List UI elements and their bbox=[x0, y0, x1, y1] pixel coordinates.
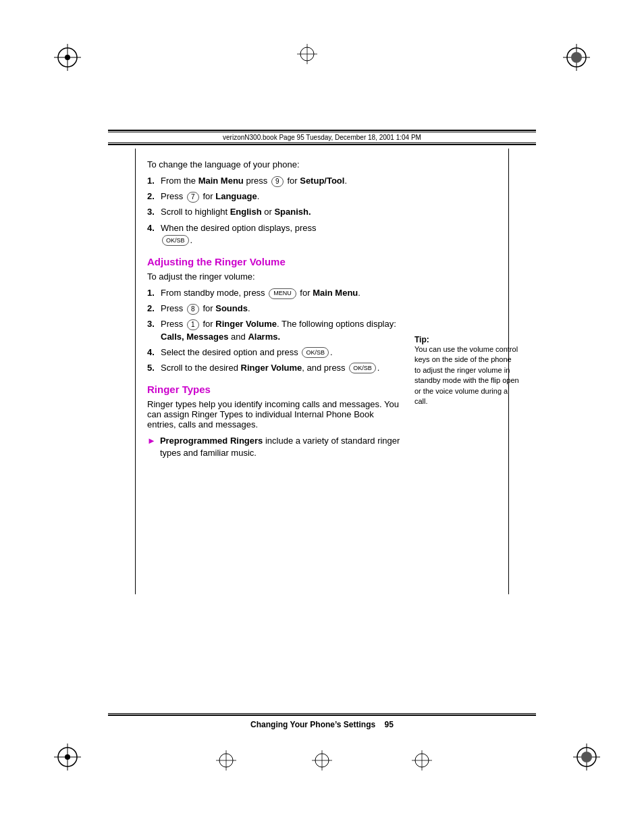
col-right: Tip: You can use the volume control keys… bbox=[414, 159, 519, 463]
ringer-types-list: ► Preprogrammed Ringers include a variet… bbox=[147, 435, 401, 459]
step-content: Press 7 for Language. bbox=[161, 190, 401, 203]
button-8: 8 bbox=[187, 304, 199, 315]
ringer-steps-list: 1. From standby mode, press MENU for Mai… bbox=[147, 287, 401, 374]
tip-box: Tip: You can use the volume control keys… bbox=[414, 335, 519, 407]
main-content: To change the language of your phone: 1.… bbox=[147, 159, 519, 463]
list-item: 4. Select the desired option and press O… bbox=[147, 346, 401, 359]
button-7: 7 bbox=[187, 192, 199, 203]
footer-text: Changing Your Phone’s Settings 95 bbox=[108, 716, 536, 729]
svg-point-3 bbox=[65, 55, 70, 60]
footer-label: Changing Your Phone’s Settings bbox=[250, 720, 375, 729]
step-content: Select the desired option and press OK/S… bbox=[161, 346, 401, 359]
footer: Changing Your Phone’s Settings 95 bbox=[108, 713, 536, 729]
step-num: 2. bbox=[147, 190, 161, 203]
list-item: 1. From the Main Menu press 9 for Setup/… bbox=[147, 175, 401, 187]
step-content: Scroll to the desired Ringer Volume, and… bbox=[161, 362, 401, 374]
svg-point-27 bbox=[581, 752, 592, 762]
vline-left bbox=[135, 149, 136, 594]
reg-mark-bottom-center-left bbox=[216, 750, 236, 773]
list-item: 3. Press 1 for Ringer Volume. The follow… bbox=[147, 318, 401, 342]
list-item: ► Preprogrammed Ringers include a variet… bbox=[147, 435, 401, 459]
intro-text: To change the language of your phone: bbox=[147, 159, 401, 170]
step-num: 5. bbox=[147, 362, 161, 374]
list-item: 3. Scroll to highlight English or Spanis… bbox=[147, 206, 401, 218]
list-item: 5. Scroll to the desired Ringer Volume, … bbox=[147, 362, 401, 374]
bullet-arrow-icon: ► bbox=[147, 435, 156, 447]
button-ok: OK/SB bbox=[302, 347, 329, 358]
button-ok: OK/SB bbox=[162, 235, 189, 246]
list-item: 1. From standby mode, press MENU for Mai… bbox=[147, 287, 401, 299]
button-9: 9 bbox=[271, 176, 284, 187]
language-steps-list: 1. From the Main Menu press 9 for Setup/… bbox=[147, 175, 401, 246]
reg-mark-bottom-right bbox=[573, 744, 600, 773]
reg-mark-bottom-center-right bbox=[412, 750, 432, 773]
footer-page: 95 bbox=[385, 720, 394, 729]
section2-intro: Ringer types help you identify incoming … bbox=[147, 399, 401, 429]
button-ok: OK/SB bbox=[349, 363, 376, 373]
reg-mark-bottom-center bbox=[312, 750, 332, 773]
step-num: 1. bbox=[147, 287, 161, 299]
list-item: 4. When the desired option displays, pre… bbox=[147, 222, 401, 246]
reg-mark-top-center bbox=[297, 44, 317, 67]
list-item: 2. Press 8 for Sounds. bbox=[147, 303, 401, 315]
step-content: Press 8 for Sounds. bbox=[161, 303, 401, 315]
step-num: 4. bbox=[147, 346, 161, 359]
reg-mark-top-right bbox=[563, 44, 590, 74]
step-content: Press 1 for Ringer Volume. The following… bbox=[161, 318, 401, 342]
page: verizonN300.book Page 95 Tuesday, Decemb… bbox=[0, 0, 644, 834]
header-rule: verizonN300.book Page 95 Tuesday, Decemb… bbox=[108, 130, 536, 145]
step-num: 2. bbox=[147, 303, 161, 315]
header-file-info: verizonN300.book Page 95 Tuesday, Decemb… bbox=[108, 132, 536, 142]
bullet-text: Preprogrammed Ringers include a variety … bbox=[160, 435, 401, 459]
step-content: From the Main Menu press 9 for Setup/Too… bbox=[161, 175, 401, 187]
button-menu: MENU bbox=[269, 288, 296, 299]
step-content: Scroll to highlight English or Spanish. bbox=[161, 206, 401, 218]
reg-mark-bottom-left bbox=[54, 744, 81, 773]
section2-heading: Ringer Types bbox=[147, 384, 401, 395]
col-left: To change the language of your phone: 1.… bbox=[147, 159, 401, 463]
step-num: 4. bbox=[147, 222, 161, 234]
tip-label: Tip: bbox=[414, 335, 519, 344]
section1-heading: Adjusting the Ringer Volume bbox=[147, 256, 401, 267]
tip-text: You can use the volume control keys on t… bbox=[414, 344, 519, 407]
step-num: 3. bbox=[147, 318, 161, 330]
step-num: 3. bbox=[147, 206, 161, 218]
list-item: 2. Press 7 for Language. bbox=[147, 190, 401, 203]
svg-point-14 bbox=[65, 754, 70, 760]
section1-intro: To adjust the ringer volume: bbox=[147, 271, 401, 282]
reg-mark-top-left bbox=[54, 44, 81, 74]
step-content: From standby mode, press MENU for Main M… bbox=[161, 287, 401, 299]
step-num: 1. bbox=[147, 175, 161, 187]
svg-point-10 bbox=[571, 52, 582, 63]
step-content: When the desired option displays, press … bbox=[161, 222, 401, 246]
button-1: 1 bbox=[187, 319, 199, 330]
